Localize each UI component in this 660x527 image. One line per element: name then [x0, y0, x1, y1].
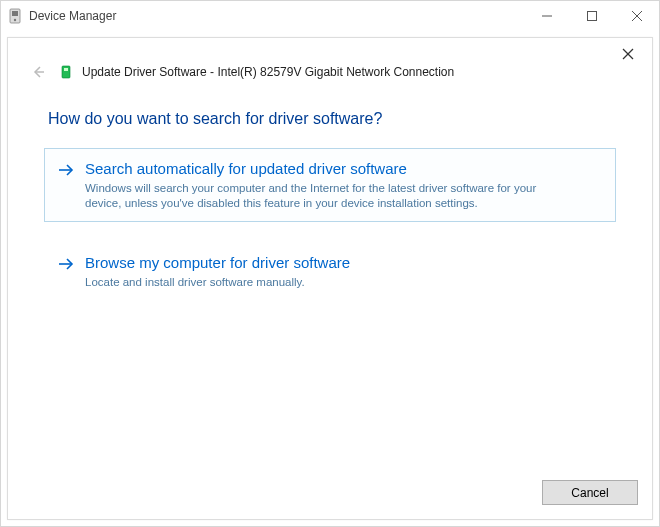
window-title: Device Manager — [29, 9, 116, 23]
svg-rect-10 — [62, 66, 70, 78]
option-description: Locate and install driver software manua… — [85, 275, 555, 290]
dialog-title-device: Intel(R) 82579V Gigabit Network Connecti… — [217, 65, 454, 79]
arrow-right-icon — [57, 161, 75, 183]
svg-point-2 — [14, 19, 16, 21]
option-search-automatically[interactable]: Search automatically for updated driver … — [44, 148, 616, 222]
device-manager-icon — [7, 8, 23, 24]
option-description: Windows will search your computer and th… — [85, 181, 555, 211]
svg-rect-11 — [64, 68, 68, 71]
close-button[interactable] — [614, 1, 659, 31]
option-title: Browse my computer for driver software — [85, 253, 605, 273]
question-heading: How do you want to search for driver sof… — [8, 90, 652, 142]
back-button[interactable] — [28, 62, 48, 82]
svg-rect-4 — [587, 12, 596, 21]
network-adapter-icon — [58, 64, 74, 80]
maximize-button[interactable] — [569, 1, 614, 31]
dialog-title-prefix: Update Driver Software - — [82, 65, 214, 79]
option-title: Search automatically for updated driver … — [85, 159, 605, 179]
dialog-close-button[interactable] — [614, 44, 642, 64]
titlebar: Device Manager — [1, 1, 659, 31]
arrow-right-icon — [57, 255, 75, 277]
dialog-title: Update Driver Software - Intel(R) 82579V… — [82, 65, 454, 79]
minimize-button[interactable] — [524, 1, 569, 31]
dialog-footer: Cancel — [8, 470, 652, 519]
cancel-button[interactable]: Cancel — [542, 480, 638, 505]
svg-rect-1 — [12, 11, 18, 16]
update-driver-dialog: Update Driver Software - Intel(R) 82579V… — [7, 37, 653, 520]
option-browse-computer[interactable]: Browse my computer for driver software L… — [44, 242, 616, 301]
dialog-header: Update Driver Software - Intel(R) 82579V… — [8, 38, 652, 90]
device-manager-window: Device Manager Upda — [0, 0, 660, 527]
options-list: Search automatically for updated driver … — [8, 142, 652, 301]
